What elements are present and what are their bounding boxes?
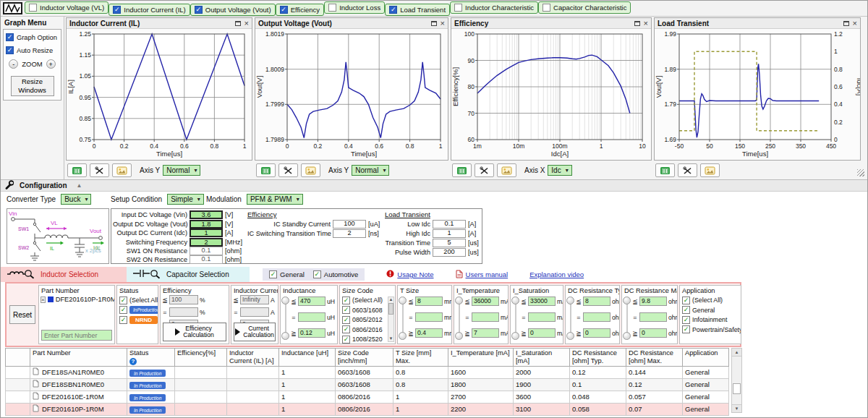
reset-button[interactable]: Reset [9,305,35,324]
table-row[interactable]: DFE201610E-1R0MIn Production10806/201612… [6,391,729,403]
toolbar-toggle-output-voltage-vout[interactable]: ✓Output Voltage (Vout) [190,4,276,16]
explanation-video-link[interactable]: Explanation video [529,270,584,278]
maximize-icon[interactable] [843,21,849,26]
param-input-sw1-on-resistance[interactable]: 0.1 [190,247,223,255]
toolbar-toggle-inductor-current-il[interactable]: ✓Inductor Current (IL) [109,4,190,16]
configuration-header[interactable]: Configuration ▲ [1,179,867,192]
range-slider[interactable] [399,297,407,340]
slider-handle-min[interactable] [623,332,631,340]
filter-max-input[interactable]: 8 [415,297,443,306]
general-checkbox[interactable]: ✓ General [269,270,305,278]
button-efficiency-calculation[interactable]: EfficiencyCalculation [163,323,226,341]
filter-eq-input[interactable] [639,312,667,322]
checkbox-icon[interactable] [29,4,37,12]
export-data-button[interactable] [655,163,675,177]
table-header-inductor-current-il-a[interactable]: Inductor Current (IL) [A] [227,349,279,367]
range-slider[interactable] [623,297,631,340]
filter-max-input[interactable]: 33000 [528,297,556,306]
filter-eq-input[interactable] [240,307,269,317]
range-slider[interactable] [566,297,575,340]
axis-select[interactable]: Idc▾ [548,165,571,176]
slider-handle-min[interactable] [399,332,407,340]
checkbox-icon[interactable]: ✓ [195,6,203,14]
filter-max-input[interactable]: 470 [298,297,326,306]
status-help-icon[interactable]: ? [129,358,137,365]
scroll-up-icon[interactable]: ▲ [732,349,741,357]
table-header-status[interactable]: Status? [127,349,175,367]
checkbox-icon[interactable]: ✓ [119,316,127,324]
filter-max-input[interactable]: Infinity [240,295,269,304]
filter-min-input[interactable]: 0 [528,328,556,338]
graph-tools-button[interactable] [90,163,109,177]
filter-check-general[interactable]: ✓General [682,306,741,314]
filter-eq-input[interactable] [169,307,198,317]
toolbar-toggle-efficiency[interactable]: ✓Efficiency [276,4,324,16]
maximize-icon[interactable] [634,21,640,26]
slider-handle-max[interactable] [281,297,289,304]
filter-eq-input[interactable] [415,312,443,322]
zoom-out-button[interactable]: - [9,59,18,69]
scroll-down-icon[interactable]: ▼ [388,336,393,341]
remove-part-icon[interactable]: × [41,297,46,303]
filter-max-input[interactable]: 100 [169,295,198,304]
checkbox-icon[interactable]: ✓ [389,6,397,14]
resize-grip[interactable] [857,169,864,176]
slider-handle-max[interactable] [511,297,519,304]
modulation-select[interactable]: PFM & PWM ▾ [247,194,303,205]
table-header-dc-resistance-ohm-max[interactable]: DC Resistance [ohm] Max. [626,349,683,367]
save-image-button[interactable] [497,163,516,177]
scroll-thumb[interactable] [733,383,741,394]
param-input-output-dc-current-idc[interactable]: 1 [190,229,223,237]
slider-handle-max[interactable] [623,297,631,304]
graph-tools-button[interactable] [278,163,298,177]
filter-check-select-all[interactable]: ✓(Select All) [682,297,741,304]
table-header-efficiency[interactable]: Efficiency[%] [175,349,227,367]
table-header-size-code-inch-mm[interactable]: Size Code [inch/mm] [336,349,393,367]
toolbar-toggle-capacitor-characteristic[interactable]: Capacitor Characteristic [538,1,631,14]
toolbar-toggle-load-transient[interactable]: ✓Load Transient [385,4,450,16]
export-data-button[interactable] [452,163,472,177]
table-row[interactable]: DFE18SAN1R0ME0In Production10603/16080.8… [6,366,729,378]
filter-min-input[interactable]: 0.12 [298,328,326,338]
param-input-high-idc[interactable]: 1 [433,229,466,238]
param-input-ic-switching-transition-time[interactable]: 2 [333,229,366,238]
filter-check-inproduction[interactable]: ✓InProduction [119,306,158,314]
param-input-low-idc[interactable]: 0.1 [433,220,466,229]
close-icon[interactable]: × [441,20,445,27]
checkbox-icon[interactable]: ✓ [280,6,288,14]
table-scrollbar[interactable]: ▲ ▼ [731,348,742,413]
checkbox-icon[interactable]: ✓ [342,316,350,324]
filter-min-input[interactable]: 0 [639,328,667,338]
tab-capacitor-selection[interactable]: Capacitor Selection [127,267,250,282]
save-image-button[interactable] [700,163,720,177]
graph-option-checkbox[interactable]: ✓ Graph Option [6,33,59,41]
slider-handle-max[interactable] [566,297,574,304]
axis-select[interactable]: Normal▾ [352,165,389,176]
setup-condition-select[interactable]: Simple ▾ [167,194,204,205]
checkbox-icon[interactable] [542,4,550,12]
checkbox-icon[interactable]: ✓ [119,306,127,314]
filter-check-powertrain-safety[interactable]: ✓Powertrain/Safety [682,325,741,333]
filter-min-input[interactable]: 0.4 [415,328,443,338]
param-input-pulse-width[interactable]: 200 [433,248,466,257]
table-row[interactable]: DFE18SBN1R0ME0In Production10603/16080.8… [6,378,729,391]
table-header-dc-resistance-ohm-typ[interactable]: DC Resistance [ohm] Typ. [570,349,626,367]
automotive-checkbox[interactable]: ✓ Automotive [313,270,359,278]
checkbox-icon[interactable]: ✓ [682,325,690,333]
table-header-i-temperature-ma[interactable]: I_Temperature [mA] [448,349,514,367]
graph-tools-button[interactable] [678,163,697,177]
toolbar-toggle-inductor-voltage-vl[interactable]: Inductor Voltage (VL) [25,1,109,14]
slider-handle-max[interactable] [399,297,407,304]
table-row[interactable]: DFE201610P-1R0MIn Production10806/201612… [6,403,729,415]
checkbox-icon[interactable]: ✓ [313,270,321,278]
table-header-application[interactable]: Application [683,349,729,367]
button-current-calculation[interactable]: CurrentCalculation [234,323,276,341]
checkbox-icon[interactable]: ✓ [269,270,277,278]
checkbox-icon[interactable]: ✓ [342,325,350,333]
checkbox-icon[interactable]: ✓ [682,316,690,324]
param-input-ic-standby-current[interactable]: 100 [333,220,366,229]
save-image-button[interactable] [301,163,320,177]
slider-handle-min[interactable] [511,332,519,340]
filter-max-input[interactable]: 36000 [472,297,499,306]
filter-check-infotainment[interactable]: ✓Infotainment [682,316,741,324]
